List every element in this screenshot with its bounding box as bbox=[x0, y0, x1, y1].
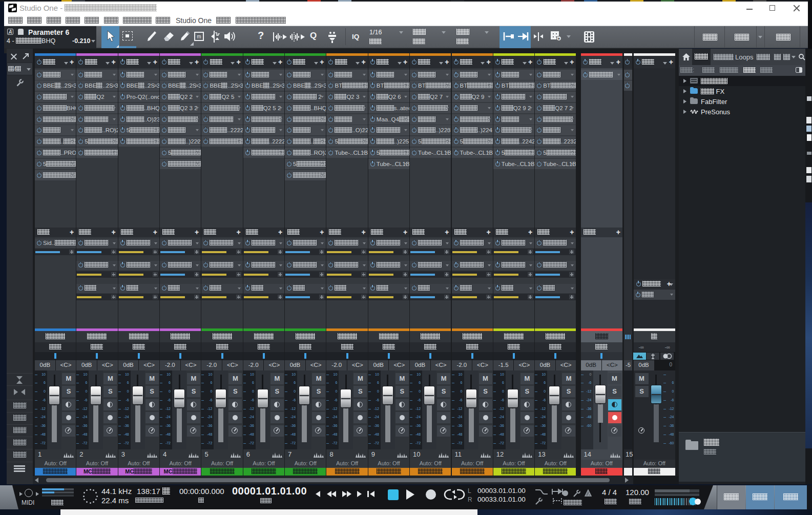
svg-text:m: m bbox=[197, 34, 201, 39]
